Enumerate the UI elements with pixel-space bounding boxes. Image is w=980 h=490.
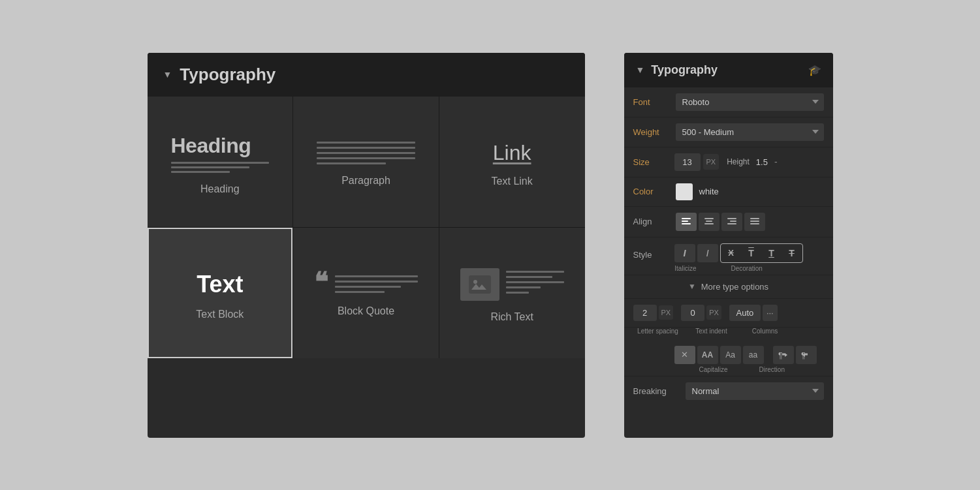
strikethrough-button[interactable]: X (722, 245, 740, 261)
capitalize-none-button[interactable]: ✕ (674, 346, 695, 364)
style-section: Style I I X T T T (624, 237, 833, 275)
direction-label: Direction (759, 366, 785, 373)
quote-line-3 (335, 286, 401, 288)
para-preview (304, 142, 428, 164)
richtext-line-4 (506, 286, 541, 288)
letter-spacing-input[interactable] (633, 305, 657, 321)
quote-line-2 (335, 281, 418, 283)
color-row: Color white (624, 177, 833, 207)
capitalize-buttons: ✕ AA Aa aa (674, 346, 764, 364)
quote-line-1 (335, 275, 418, 277)
richtext-image-icon (460, 268, 499, 301)
weight-select[interactable]: 500 - Medium (676, 123, 824, 141)
letter-spacing-unit: PX (659, 305, 674, 320)
heading-line-1 (171, 162, 270, 164)
left-panel-header: ▼ Typography (148, 53, 585, 97)
bold-style-button[interactable]: I (674, 244, 695, 262)
svg-rect-2 (682, 218, 691, 219)
direction-rtl-button[interactable]: ¶ (796, 346, 817, 364)
more-options-chevron-icon: ▼ (688, 282, 696, 291)
svg-rect-6 (706, 221, 712, 222)
svg-text:¶: ¶ (778, 351, 782, 360)
right-chevron-down-icon: ▼ (636, 65, 645, 75)
align-row: Align (624, 207, 833, 237)
grid-item-richtext[interactable]: Rich Text (439, 228, 585, 358)
heading-line-2 (171, 166, 250, 168)
style-labels: Italicize Decoration (674, 265, 824, 272)
color-label: Color (633, 187, 669, 196)
left-panel: ▼ Typography Heading Heading (148, 53, 585, 438)
svg-rect-0 (469, 275, 491, 294)
right-panel: ▼ Typography 🎓 Font Roboto Weight 500 - … (624, 53, 833, 438)
style-label: Style (633, 246, 669, 260)
para-line-5 (317, 162, 385, 164)
grid-item-heading[interactable]: Heading Heading (148, 97, 293, 227)
capitalize-label: Capitalize (674, 366, 753, 373)
align-justify-button[interactable] (744, 213, 765, 231)
richtext-preview (450, 268, 575, 301)
svg-rect-12 (750, 221, 759, 222)
text-indent-input[interactable] (681, 305, 704, 321)
breaking-select[interactable]: Normal (686, 382, 824, 400)
style-icon: 🎓 (808, 64, 821, 76)
textlink-label: Text Link (492, 176, 533, 187)
para-line-1 (317, 142, 415, 144)
heading-lines (171, 162, 270, 173)
heading-line-3 (171, 171, 230, 173)
columns-input[interactable] (729, 305, 761, 321)
svg-rect-10 (727, 223, 736, 224)
grid-item-textlink[interactable]: Link Text Link (439, 97, 585, 227)
more-options-row[interactable]: ▼ More type options (624, 275, 833, 299)
richtext-label: Rich Text (490, 311, 533, 323)
height-input[interactable] (752, 157, 772, 167)
svg-rect-13 (750, 223, 759, 224)
grid-item-paragraph[interactable]: Paragraph (293, 97, 439, 227)
italic-style-button[interactable]: I (697, 244, 718, 262)
capitalize-lower-button[interactable]: aa (743, 346, 764, 364)
svg-rect-9 (730, 221, 736, 222)
capitalize-title-button[interactable]: Aa (720, 346, 741, 364)
quote-lines (335, 275, 418, 293)
richtext-line-5 (506, 292, 529, 294)
textblock-label: Text Block (196, 309, 244, 320)
heading-text: Heading (171, 134, 251, 158)
heading-preview: Heading (158, 134, 283, 173)
grid-item-textblock[interactable]: Text Text Block (148, 228, 293, 358)
textblock-preview: Text (197, 271, 243, 298)
spacing-row: PX PX ··· (624, 299, 833, 328)
paragraph-label: Paragraph (341, 175, 390, 187)
size-input[interactable] (674, 153, 701, 171)
overline-button[interactable]: T (742, 245, 761, 261)
svg-point-1 (473, 280, 477, 284)
weight-label: Weight (633, 127, 669, 137)
capitalize-upper-button[interactable]: AA (697, 346, 718, 364)
font-label: Font (633, 97, 669, 107)
richtext-line-2 (506, 276, 552, 278)
letter-spacing-group: PX (633, 305, 674, 321)
textblock-text: Text (197, 271, 243, 298)
svg-rect-8 (727, 218, 736, 219)
svg-rect-3 (682, 221, 688, 222)
align-btn-group (676, 213, 765, 231)
spacing-labels: Letter spacing Text indent Columns (624, 328, 833, 340)
link-text: Link (493, 141, 531, 165)
grid-item-blockquote[interactable]: ❝ Block Quote (293, 228, 439, 358)
size-input-group: PX Height - (674, 153, 824, 171)
blockquote-label: Block Quote (338, 305, 394, 317)
columns-label: Columns (740, 328, 790, 335)
strikethrough2-button[interactable]: T (783, 245, 801, 261)
italicize-label: Italicize (674, 265, 697, 272)
color-swatch[interactable] (676, 183, 693, 200)
weight-row: Weight 500 - Medium (624, 117, 833, 147)
align-left-button[interactable] (676, 213, 697, 231)
para-line-2 (317, 147, 415, 149)
font-select[interactable]: Roboto (676, 93, 824, 111)
columns-more-button[interactable]: ··· (763, 305, 778, 321)
underline-button[interactable]: T (763, 245, 781, 261)
capitalize-section: ✕ AA Aa aa ¶ ¶ (624, 340, 833, 376)
direction-ltr-button[interactable]: ¶ (773, 346, 794, 364)
height-label: Height (727, 157, 750, 166)
align-right-button[interactable] (721, 213, 742, 231)
align-center-button[interactable] (699, 213, 719, 231)
svg-rect-5 (704, 218, 714, 219)
